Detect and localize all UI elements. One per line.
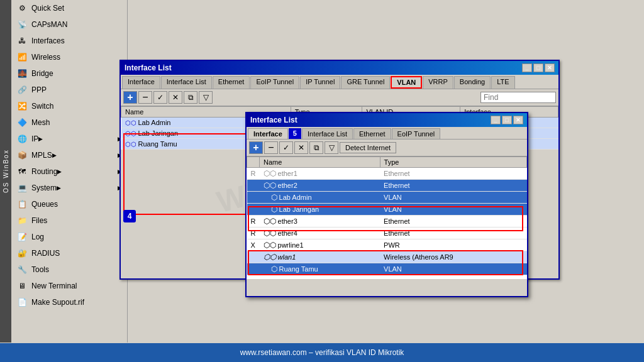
bridge-icon: 🌉: [16, 68, 28, 79]
window-title-front: Interface List _ □ ✕: [247, 113, 527, 127]
sidebar-item-ppp[interactable]: 🔗 PPP: [11, 82, 127, 98]
tab-bonding-back[interactable]: Bonding: [454, 76, 491, 89]
sidebar-item-new-terminal[interactable]: 🖥 New Terminal: [11, 278, 127, 294]
badge-4: 4: [123, 210, 136, 222]
quickset-icon: ⚙: [16, 3, 28, 14]
tab-ethernet-front[interactable]: Ethernet: [353, 128, 391, 139]
tab-eoip-front[interactable]: EoIP Tunnel: [392, 128, 441, 139]
supout-icon: 📄: [16, 297, 28, 308]
ip-arrow: ▶: [38, 136, 43, 142]
tab-interface-front[interactable]: Interface: [248, 128, 288, 139]
maximize-button-back[interactable]: □: [533, 63, 543, 72]
routing-arrow: ▶: [57, 168, 62, 175]
mpls-arrow: ▶: [52, 152, 57, 158]
sidebar-item-wireless[interactable]: 📶 Wireless: [11, 49, 127, 65]
table-row[interactable]: R ⬡⬡ ether4 Ethernet: [247, 228, 527, 239]
remove-button-front[interactable]: −: [264, 141, 278, 154]
bottom-bar: www.rsetiawan.com – verifikasi VLAN ID M…: [0, 343, 644, 362]
tab-bar-front: Interface 5 Interface List Ethernet EoIP…: [247, 127, 527, 140]
system-arrow: ▶: [57, 185, 61, 191]
system-icon: 💻: [16, 182, 28, 194]
toolbar-back: + − ✓ ✕ ⧉ ▽: [121, 89, 558, 106]
capsman-icon: 📡: [16, 19, 28, 30]
tab-interface-back[interactable]: Interface: [122, 76, 160, 89]
sidebar: ⚙ Quick Set 📡 CAPsMAN 🖧 Interfaces 📶 Wir…: [11, 0, 128, 343]
tab-lte-back[interactable]: LTE: [491, 76, 514, 89]
mpls-icon: 📦: [16, 150, 28, 161]
toolbar-front: + − ✓ ✕ ⧉ ▽ Detect Internet: [247, 140, 527, 156]
maximize-button-front[interactable]: □: [502, 116, 512, 124]
add-button-back[interactable]: +: [123, 91, 137, 104]
minimize-button-back[interactable]: _: [522, 63, 532, 72]
disable-button-front[interactable]: ✕: [294, 141, 308, 154]
routing-icon: 🗺: [16, 166, 28, 177]
tab-vlan-back[interactable]: VLAN: [391, 76, 422, 89]
window-controls-back: _ □ ✕: [522, 63, 555, 72]
col-type-front: Type: [380, 157, 526, 168]
sidebar-item-interfaces[interactable]: 🖧 Interfaces: [11, 33, 127, 49]
detect-internet-button[interactable]: Detect Internet: [340, 142, 396, 153]
table-front: Name Type R ⬡⬡ ether1 Ethernet ⬡⬡ ether2…: [247, 156, 527, 279]
tab-bar-back: Interface Interface List Ethernet EoIP T…: [121, 75, 558, 89]
table-row[interactable]: ⬡⬡ ether2 Ethernet: [247, 180, 527, 192]
col-name-front: Name: [260, 157, 380, 168]
radius-icon: 🔐: [16, 248, 28, 259]
sidebar-item-mpls[interactable]: 📦 MPLS ▶: [11, 147, 127, 163]
sidebar-item-queues[interactable]: 📋 Queues: [11, 196, 127, 212]
wireless-icon: 📶: [16, 52, 28, 63]
ip-icon: 🌐: [16, 133, 28, 145]
sidebar-item-mesh[interactable]: 🔷 Mesh: [11, 114, 127, 131]
filter-button-back[interactable]: ▽: [199, 91, 213, 104]
tab-interface-list-back[interactable]: Interface List: [161, 76, 212, 89]
tab-interface-list-front[interactable]: Interface List: [302, 128, 353, 139]
tab-vrrp-back[interactable]: VRRP: [423, 76, 453, 89]
queues-icon: 📋: [16, 199, 28, 210]
table-row[interactable]: ⬡ Lab Admin VLAN: [247, 192, 527, 204]
enable-button-front[interactable]: ✓: [279, 141, 293, 154]
tab-ip-tunnel-back[interactable]: IP Tunnel: [300, 76, 340, 89]
tab-ethernet-back[interactable]: Ethernet: [213, 76, 250, 89]
sidebar-item-files[interactable]: 📁 Files: [11, 212, 127, 229]
sidebar-item-tools[interactable]: 🔧 Tools: [11, 261, 127, 278]
table-row[interactable]: ⬡ Ruang Tamu VLAN: [247, 263, 527, 275]
table-row[interactable]: R ⬡⬡ ether3 Ethernet: [247, 216, 527, 228]
minimize-button-front[interactable]: _: [491, 116, 501, 124]
table-row[interactable]: ⬡⬡ wlan1 Wireless (Atheros AR9: [247, 251, 527, 263]
sidebar-item-log[interactable]: 📝 Log: [11, 229, 127, 245]
tab-gre-back[interactable]: GRE Tunnel: [341, 76, 390, 89]
close-button-front[interactable]: ✕: [513, 116, 523, 124]
winbox-label: OS WinBox: [0, 0, 11, 343]
copy-button-back[interactable]: ⧉: [184, 91, 197, 104]
table-row[interactable]: R ⬡⬡ ether1 Ethernet: [247, 168, 527, 180]
table-row[interactable]: X ⬡⬡ pwrline1 PWR: [247, 239, 527, 251]
tab-badge5[interactable]: 5: [289, 128, 301, 139]
sidebar-item-capsman[interactable]: 📡 CAPsMAN: [11, 16, 127, 33]
interfaces-icon: 🖧: [16, 35, 28, 47]
sidebar-item-switch[interactable]: 🔀 Switch: [11, 98, 127, 114]
table-row[interactable]: ⬡ Lab Jaringan VLAN: [247, 204, 527, 216]
remove-button-back[interactable]: −: [138, 91, 152, 104]
copy-button-front[interactable]: ⧉: [309, 141, 323, 154]
disable-button-back[interactable]: ✕: [169, 91, 182, 104]
sidebar-item-routing[interactable]: 🗺 Routing ▶: [11, 163, 127, 180]
tools-icon: 🔧: [16, 264, 28, 275]
sidebar-item-make-supout[interactable]: 📄 Make Supout.rif: [11, 294, 127, 310]
switch-icon: 🔀: [16, 101, 28, 112]
find-input-back[interactable]: [480, 92, 556, 103]
tab-eoip-back[interactable]: EoIP Tunnel: [250, 76, 299, 89]
sidebar-item-bridge[interactable]: 🌉 Bridge: [11, 65, 127, 82]
terminal-icon: 🖥: [16, 280, 28, 292]
log-icon: 📝: [16, 231, 28, 243]
sidebar-item-quickset[interactable]: ⚙ Quick Set: [11, 0, 127, 16]
filter-button-front[interactable]: ▽: [325, 141, 338, 154]
sidebar-item-ip[interactable]: 🌐 IP ▶: [11, 131, 127, 147]
window-title-back: Interface List _ □ ✕: [121, 61, 558, 75]
close-button-back[interactable]: ✕: [545, 63, 555, 72]
window-controls-front: _ □ ✕: [491, 116, 523, 124]
sidebar-item-system[interactable]: 💻 System ▶: [11, 180, 127, 196]
enable-button-back[interactable]: ✓: [153, 91, 167, 104]
sidebar-item-radius[interactable]: 🔐 RADIUS: [11, 245, 127, 261]
add-button-front[interactable]: +: [249, 141, 263, 154]
ppp-icon: 🔗: [16, 84, 28, 96]
mesh-icon: 🔷: [16, 117, 28, 128]
